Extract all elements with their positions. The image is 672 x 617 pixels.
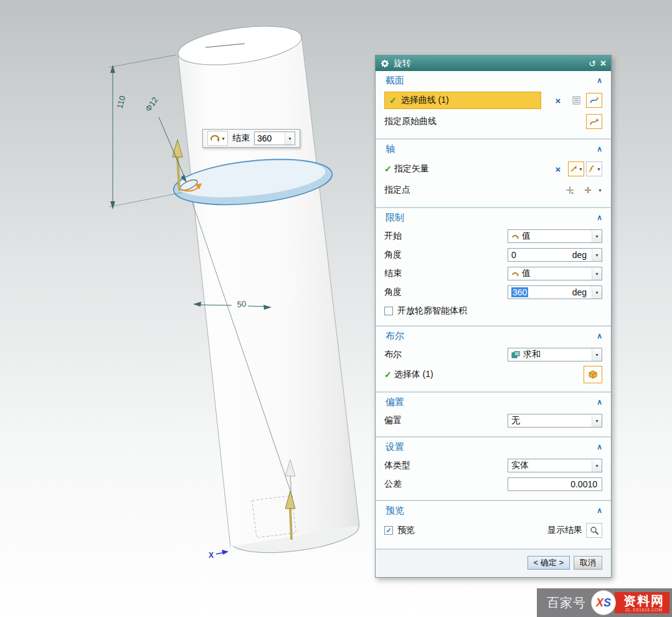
- section-title: 截面: [386, 75, 404, 87]
- vector-dialog-button[interactable]: ▼: [568, 161, 584, 176]
- dimension-height: [109, 55, 182, 209]
- dropdown-caret-icon[interactable]: ▼: [592, 459, 602, 472]
- offset-value: 无: [511, 415, 520, 426]
- select-curve-row[interactable]: ✓ 选择曲线 (1): [384, 92, 541, 109]
- dropdown-caret-icon[interactable]: ▼: [592, 267, 602, 280]
- watermark-brand: 资料网: [623, 594, 665, 608]
- x-axis-label: X: [209, 551, 214, 560]
- x-axis-indicator: [216, 550, 229, 555]
- check-icon: ✓: [384, 370, 392, 380]
- dropdown-caret-icon[interactable]: ▼: [592, 230, 602, 242]
- end-angle-label: 角度: [384, 287, 402, 298]
- reset-icon[interactable]: ↺: [589, 59, 596, 68]
- dimension-diameter-text: Φ12: [143, 95, 160, 113]
- boolean-value: 求和: [523, 349, 541, 360]
- check-icon: ✓: [389, 95, 397, 105]
- value-mode-icon: [511, 232, 519, 240]
- preview-header[interactable]: 预览 ∧: [376, 501, 611, 520]
- show-result-button[interactable]: [586, 523, 602, 538]
- cylinder-body[interactable]: [176, 19, 361, 558]
- inferred-vector-button[interactable]: ▼: [586, 161, 602, 176]
- point-dialog-button[interactable]: [562, 183, 578, 198]
- cancel-button[interactable]: 取消: [574, 556, 602, 570]
- end-angle-field[interactable]: 360 deg ▼: [508, 285, 602, 299]
- offset-label: 偏置: [384, 415, 402, 426]
- boolean-title: 布尔: [386, 330, 404, 342]
- end-angle-unit[interactable]: deg: [572, 287, 589, 297]
- value-mode-icon: [511, 270, 519, 277]
- magnifier-icon: [590, 526, 599, 535]
- select-body-label: 选择体 (1): [394, 369, 433, 380]
- chevron-up-icon[interactable]: ∧: [597, 76, 602, 85]
- start-angle-field[interactable]: 0 deg ▼: [508, 248, 602, 262]
- offset-header[interactable]: 偏置 ∧: [376, 393, 611, 411]
- dialog-titlebar[interactable]: 旋转 ↺ ×: [376, 55, 611, 71]
- tolerance-value: 0.0010: [570, 479, 597, 489]
- xs-logo: XS: [591, 590, 616, 615]
- limits-header[interactable]: 限制 ∧: [376, 208, 611, 227]
- onscreen-limit-toolbar: ▼ 结束 360 ▼: [202, 129, 300, 148]
- axis-header[interactable]: 轴 ∧: [376, 140, 611, 158]
- gear-icon: [381, 59, 389, 68]
- chevron-up-icon[interactable]: ∧: [597, 398, 602, 406]
- offset-title: 偏置: [386, 396, 404, 408]
- open-profile-checkbox[interactable]: [384, 307, 393, 315]
- section-group-settings: 设置 ∧ 体类型 实体 ▼ 公差 0.0010: [376, 438, 611, 501]
- dropdown-caret-icon[interactable]: ▼: [592, 286, 602, 299]
- sketch-curve-icon: [589, 96, 599, 105]
- body-type-dropdown[interactable]: 实体 ▼: [508, 459, 602, 472]
- chevron-up-icon[interactable]: ∧: [597, 213, 602, 222]
- start-mode-dropdown[interactable]: 值 ▼: [508, 229, 602, 243]
- chevron-up-icon[interactable]: ∧: [597, 332, 602, 340]
- dropdown-caret-icon[interactable]: ▼: [592, 348, 602, 361]
- preview-checkbox[interactable]: ✓: [384, 526, 393, 535]
- origin-curve-label: 指定原始曲线: [384, 116, 437, 127]
- tolerance-input[interactable]: 0.0010: [508, 477, 602, 491]
- chevron-up-icon[interactable]: ∧: [597, 145, 602, 153]
- end-angle-value[interactable]: 360: [511, 287, 528, 297]
- settings-header[interactable]: 设置 ∧: [376, 438, 611, 456]
- start-angle-unit[interactable]: deg: [572, 250, 589, 260]
- start-angle-value: 0: [511, 250, 516, 260]
- watermark-platform: 百家号: [547, 595, 586, 611]
- end-angle-value: 360: [257, 133, 272, 143]
- end-angle-input[interactable]: 360 ▼: [254, 132, 295, 145]
- curve-rule-button[interactable]: [568, 93, 584, 108]
- inferred-vector-icon: [587, 165, 597, 173]
- section-group-preview: 预览 ∧ ✓ 预览 显示结果: [376, 501, 611, 550]
- dropdown-caret-icon[interactable]: ▼: [285, 132, 292, 145]
- watermark-bar: 百家号 XS 资料网 ZL.XS1616.COM: [537, 588, 672, 617]
- body-type-label: 体类型: [384, 460, 410, 471]
- section-group-section: 截面 ∧ ✓ 选择曲线 (1) ×: [376, 71, 611, 140]
- dialog-title: 旋转: [394, 58, 411, 69]
- ok-button[interactable]: < 确定 >: [528, 556, 570, 570]
- boolean-dropdown[interactable]: 求和 ▼: [508, 348, 602, 361]
- limit-type-dropdown[interactable]: ▼: [207, 131, 228, 146]
- deselect-icon: ×: [556, 164, 561, 175]
- deselect-button[interactable]: ×: [550, 93, 566, 108]
- offset-dropdown[interactable]: 无 ▼: [508, 414, 602, 428]
- point-dialog-icon: [566, 186, 574, 194]
- dimension-height-text: 110: [115, 95, 127, 110]
- sketch-section-button[interactable]: [586, 93, 602, 108]
- vector-deselect-button[interactable]: ×: [550, 161, 566, 176]
- section-group-boolean: 布尔 ∧ 布尔 求和 ▼ ✓ 选择体 (1): [376, 327, 611, 393]
- select-body-button[interactable]: [584, 366, 602, 383]
- limits-title: 限制: [386, 212, 404, 224]
- origin-curve-button[interactable]: [586, 114, 602, 129]
- dropdown-caret-icon[interactable]: ▼: [592, 414, 602, 427]
- dropdown-caret-icon[interactable]: ▼: [597, 167, 601, 171]
- section-header[interactable]: 截面 ∧: [376, 71, 611, 90]
- section-group-axis: 轴 ∧ ✓ 指定矢量 × ▼: [376, 140, 611, 208]
- chevron-up-icon[interactable]: ∧: [597, 442, 602, 451]
- dropdown-caret-icon[interactable]: ▼: [592, 249, 602, 261]
- close-icon[interactable]: ×: [600, 59, 606, 69]
- inferred-point-button[interactable]: [580, 183, 596, 198]
- end-mode-dropdown[interactable]: 值 ▼: [508, 267, 602, 280]
- chevron-up-icon[interactable]: ∧: [597, 506, 602, 515]
- revolve-dialog: 旋转 ↺ × 截面 ∧ ✓ 选择曲线 (1) ×: [375, 55, 612, 578]
- application-window: 110 Φ12 50 X ▼ 结束: [0, 0, 672, 617]
- end-label: 结束: [384, 268, 402, 279]
- boolean-header[interactable]: 布尔 ∧: [376, 327, 611, 345]
- dropdown-caret-icon[interactable]: ▼: [598, 188, 602, 193]
